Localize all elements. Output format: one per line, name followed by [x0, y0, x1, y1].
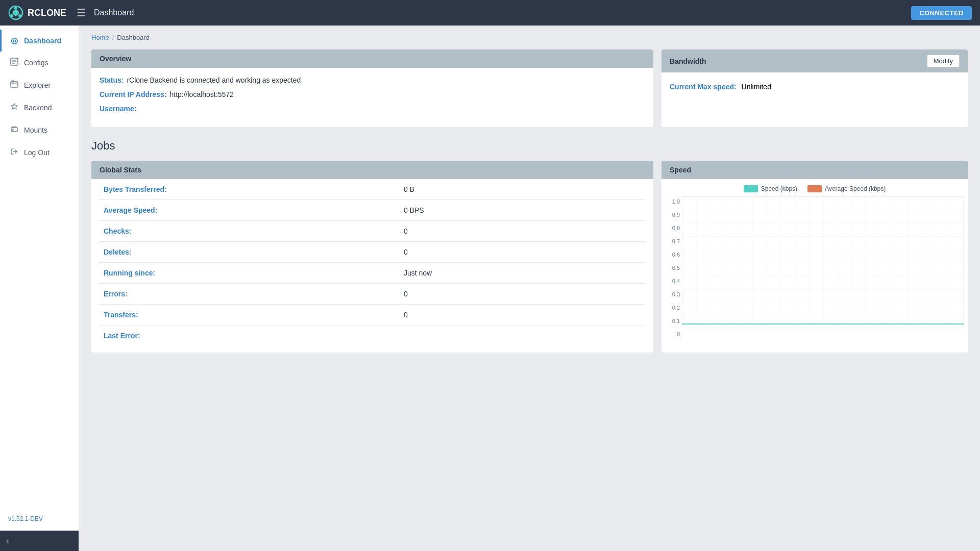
stat-value: 0: [400, 305, 645, 325]
backend-icon: [10, 103, 19, 113]
stat-label: Checks:: [100, 221, 400, 242]
sidebar-item-dashboard-label: Dashboard: [24, 37, 61, 45]
configs-icon: [10, 58, 19, 68]
svg-rect-15: [682, 196, 964, 329]
stat-value: 0: [400, 242, 645, 263]
svg-rect-9: [11, 82, 18, 87]
sidebar-collapse-bar[interactable]: ‹: [0, 531, 79, 551]
global-stats-header: Global Stats: [91, 161, 653, 179]
status-label: Status:: [100, 76, 124, 84]
status-value: rClone Backend is connected and working …: [127, 76, 301, 84]
bandwidth-card-body: Current Max speed: Unlimited: [662, 72, 968, 101]
sidebar-item-mounts-label: Mounts: [24, 126, 47, 134]
svg-point-3: [18, 14, 21, 17]
bandwidth-speed-label: Current Max speed:: [670, 83, 737, 91]
global-stats-header-label: Global Stats: [100, 166, 141, 174]
stat-value: 0 B: [400, 179, 645, 200]
stat-value: 0 BPS: [400, 200, 645, 221]
sidebar-item-mounts[interactable]: Mounts: [0, 119, 79, 141]
chart-container: Speed (kbps) Average Speed (kbps) 1.0 0.…: [662, 179, 968, 353]
logout-icon: [10, 147, 19, 158]
table-row: Bytes Transferred:0 B: [100, 179, 645, 200]
breadcrumb-home[interactable]: Home: [91, 34, 109, 41]
speed-chart-card: Speed Speed (kbps) Average Speed (kbps): [662, 161, 968, 353]
username-label: Username:: [100, 105, 136, 113]
table-row: Deletes:0: [100, 242, 645, 263]
modify-button[interactable]: Modify: [927, 55, 960, 67]
main-content: Home / Dashboard Overview Status: rClone…: [79, 26, 980, 551]
speed-chart-header-label: Speed: [670, 166, 691, 174]
stat-label: Average Speed:: [100, 200, 400, 221]
stat-label: Bytes Transferred:: [100, 179, 400, 200]
mounts-icon: [10, 125, 19, 135]
global-stats-card: Global Stats Bytes Transferred:0 BAverag…: [91, 161, 653, 353]
breadcrumb-separator: /: [112, 34, 114, 41]
overview-header-label: Overview: [100, 55, 131, 63]
sidebar-item-dashboard[interactable]: ◎ Dashboard: [0, 30, 79, 52]
bandwidth-header-label: Bandwidth: [670, 57, 706, 65]
chart-area: 1.0 0.9 0.8 0.7 0.6 0.5 0.4 0.3 0.2 0.1 …: [666, 196, 964, 339]
sidebar-item-logout[interactable]: Log Out: [0, 141, 79, 164]
sidebar-item-configs-label: Configs: [24, 59, 48, 67]
topbar-page-title: Dashboard: [94, 8, 134, 17]
table-row: Checks:0: [100, 221, 645, 242]
breadcrumb-current: Dashboard: [117, 34, 150, 41]
global-stats-body: Bytes Transferred:0 BAverage Speed:0 BPS…: [91, 179, 653, 346]
table-row: Average Speed:0 BPS: [100, 200, 645, 221]
sidebar-item-backend[interactable]: Backend: [0, 96, 79, 119]
ip-value: http://localhost:5572: [169, 90, 233, 98]
table-row: Errors:0: [100, 284, 645, 305]
stats-table: Bytes Transferred:0 BAverage Speed:0 BPS…: [100, 179, 645, 346]
stat-label: Last Error:: [100, 325, 400, 346]
chart-svg: [682, 196, 964, 329]
ip-row: Current IP Address: http://localhost:557…: [100, 90, 645, 98]
sidebar-item-logout-label: Log Out: [24, 148, 50, 157]
connected-badge: CONNECTED: [911, 6, 972, 20]
stat-label: Running since:: [100, 263, 400, 284]
explorer-icon: [10, 80, 19, 90]
top-cards-row: Overview Status: rClone Backend is conne…: [91, 49, 968, 127]
legend-speed: Speed (kbps): [744, 185, 797, 192]
username-row: Username:: [100, 105, 645, 113]
sidebar-item-explorer-label: Explorer: [24, 81, 51, 89]
table-row: Running since:Just now: [100, 263, 645, 284]
svg-point-1: [13, 10, 19, 16]
jobs-row: Global Stats Bytes Transferred:0 BAverag…: [91, 161, 968, 353]
sidebar-item-backend-label: Backend: [24, 104, 52, 112]
svg-marker-11: [11, 104, 17, 109]
stat-value: 0: [400, 284, 645, 305]
sidebar-item-configs[interactable]: Configs: [0, 52, 79, 74]
bandwidth-speed-value: Unlimited: [742, 83, 771, 91]
table-row: Last Error:: [100, 325, 645, 346]
legend-speed-color: [744, 185, 758, 192]
stat-value: Just now: [400, 263, 645, 284]
legend-avg-speed-color: [807, 185, 822, 192]
sidebar-item-explorer[interactable]: Explorer: [0, 74, 79, 96]
sidebar: ◎ Dashboard Configs Explorer Backend M: [0, 26, 79, 551]
y-axis-labels: 1.0 0.9 0.8 0.7 0.6 0.5 0.4 0.3 0.2 0.1 …: [666, 196, 680, 339]
legend-speed-label: Speed (kbps): [761, 185, 797, 192]
svg-point-13: [12, 129, 13, 130]
version-label: v1.52.1-DEV: [0, 507, 79, 531]
svg-point-2: [14, 7, 17, 10]
overview-card-header: Overview: [91, 49, 653, 68]
layout: ◎ Dashboard Configs Explorer Backend M: [0, 26, 980, 551]
logo: RCLONE: [8, 5, 66, 20]
logo-text: RCLONE: [28, 8, 66, 18]
legend-avg-speed-label: Average Speed (kbps): [825, 185, 886, 192]
hamburger-icon[interactable]: ☰: [77, 7, 86, 19]
ip-label: Current IP Address:: [100, 90, 166, 98]
chart-legend: Speed (kbps) Average Speed (kbps): [666, 185, 964, 192]
rclone-logo-icon: [8, 5, 23, 20]
status-row: Status: rClone Backend is connected and …: [100, 76, 645, 84]
overview-card-body: Status: rClone Backend is connected and …: [91, 68, 653, 127]
table-row: Transfers:0: [100, 305, 645, 325]
overview-card: Overview Status: rClone Backend is conne…: [91, 49, 653, 127]
jobs-section-title: Jobs: [91, 139, 968, 153]
stat-value: 0: [400, 221, 645, 242]
stat-label: Transfers:: [100, 305, 400, 325]
chart-grid-area: [682, 196, 964, 329]
bandwidth-card-header: Bandwidth Modify: [662, 49, 968, 72]
speed-chart-header: Speed: [662, 161, 968, 179]
stat-label: Deletes:: [100, 242, 400, 263]
